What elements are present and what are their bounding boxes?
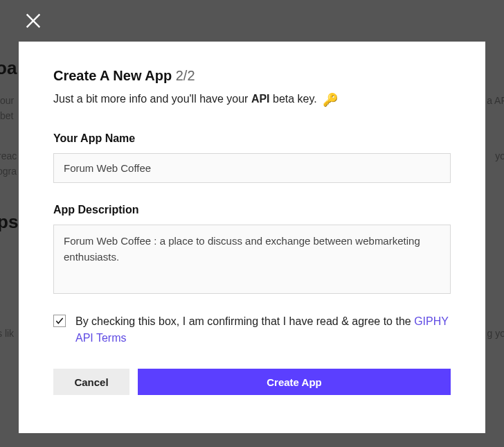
bg-text-r3: g yo <box>487 326 504 341</box>
bg-heading-2: ps <box>0 208 18 237</box>
app-name-input[interactable] <box>53 153 451 183</box>
modal-title: Create A New App 2/2 <box>53 68 451 84</box>
modal-backdrop-top <box>0 0 504 42</box>
check-icon <box>55 316 64 326</box>
bg-text-2: bet <box>0 108 13 123</box>
consent-checkbox[interactable] <box>53 315 66 327</box>
modal-title-text: Create A New App <box>53 68 172 83</box>
bg-text-r1: a AF <box>487 93 504 108</box>
bg-text-1: our <box>0 93 14 108</box>
app-description-input[interactable] <box>53 225 451 294</box>
close-icon[interactable] <box>24 11 43 30</box>
modal-step: 2/2 <box>176 68 195 83</box>
subtitle-prefix: Just a bit more info and you'll have you… <box>53 93 251 105</box>
create-app-modal: Create A New App 2/2 Just a bit more inf… <box>19 42 485 433</box>
consent-text: By checking this box, I am confirming th… <box>75 313 451 347</box>
subtitle-suffix: beta key. <box>270 93 317 105</box>
bg-text-5: s lik <box>0 326 14 341</box>
modal-subtitle: Just a bit more info and you'll have you… <box>53 92 451 107</box>
consent-row: By checking this box, I am confirming th… <box>53 313 451 347</box>
bg-text-4: ogra <box>0 164 17 179</box>
key-icon: 🔑 <box>323 92 338 107</box>
subtitle-bold: API <box>251 93 270 105</box>
bg-heading-1: oa <box>0 54 17 83</box>
consent-text-content: By checking this box, I am confirming th… <box>75 315 414 327</box>
app-name-label: Your App Name <box>53 132 451 145</box>
app-description-label: App Description <box>53 204 451 216</box>
button-row: Cancel Create App <box>53 369 451 395</box>
cancel-button[interactable]: Cancel <box>53 369 129 395</box>
bg-text-r2: yo <box>495 148 504 164</box>
bg-text-3: reac <box>0 148 17 164</box>
create-app-button[interactable]: Create App <box>138 369 451 395</box>
modal-backdrop-bottom <box>0 433 504 447</box>
